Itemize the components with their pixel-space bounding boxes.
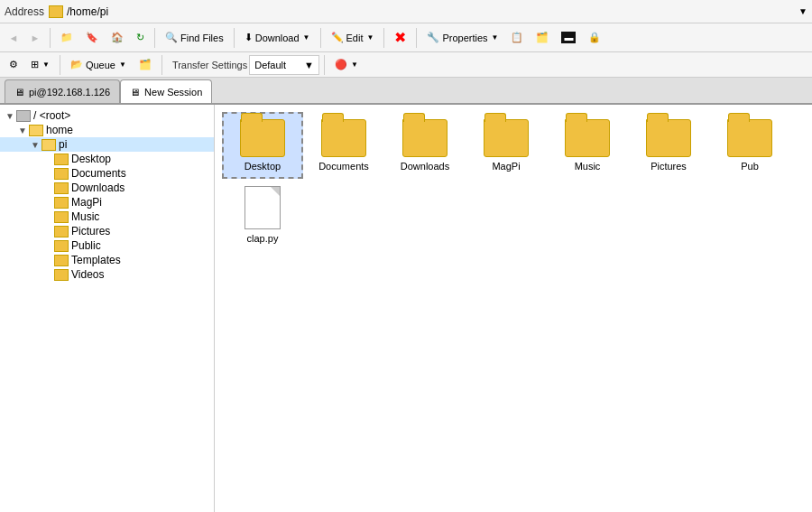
address-dropdown-arrow[interactable]: ▼ [798, 6, 807, 16]
tree-item-public[interactable]: Public [0, 238, 214, 253]
tree-item-home[interactable]: ▼ home [0, 123, 214, 137]
tree-label-home: home [46, 124, 73, 136]
back-button[interactable]: ◄ [4, 28, 23, 48]
extra-icon2[interactable]: 🗂️ [531, 26, 554, 50]
tree-item-magpi[interactable]: MagPi [0, 195, 214, 209]
forward-button[interactable]: ► [25, 28, 45, 48]
tree-item-pictures[interactable]: Pictures [0, 224, 214, 238]
templates-folder-icon [54, 255, 69, 266]
edit-button[interactable]: ✏️ Edit ▼ [326, 26, 380, 50]
root-folder-icon [16, 110, 31, 122]
tree-label-pi: pi [59, 138, 67, 151]
transfer-settings-dropdown[interactable]: Default ▼ [249, 55, 319, 75]
sep9 [324, 55, 325, 75]
tab-session1[interactable]: 🖥 pi@192.168.1.126 [5, 79, 120, 103]
tree-label-public: Public [71, 239, 101, 252]
secondary-toolbar: ⚙ ⊞ ▼ 📂 Queue ▼ 🗂️ Transfer Settings Def… [0, 52, 812, 78]
tree-item-desktop[interactable]: Desktop [0, 152, 214, 166]
file-item-desktop[interactable]: Desktop [222, 112, 303, 179]
main-toolbar: ◄ ► 📁 🔖 🏠 ↻ 🔍 Find Files ⬇ Download ▼ ✏️… [0, 23, 812, 52]
bookmark-icon: 🔖 [86, 32, 98, 43]
tree-label-pictures: Pictures [71, 225, 110, 237]
downloads-folder-icon [54, 182, 69, 194]
settings-icon-button[interactable]: ⚙ [4, 55, 23, 75]
refresh-button[interactable]: ↻ [131, 26, 150, 50]
tree-toggle-root[interactable]: ▼ [4, 111, 16, 121]
file-item-documents[interactable]: Documents [303, 112, 384, 179]
music-folder-icon [54, 211, 69, 223]
file-name-downloads: Downloads [401, 161, 449, 172]
find-icon: 🔍 [165, 32, 178, 43]
file-name-clappy: clap.py [247, 233, 279, 244]
desktop-folder-icon-large [240, 119, 285, 157]
properties-button[interactable]: 🔧 Properties ▼ [421, 26, 503, 50]
file-name-music: Music [575, 161, 601, 172]
file-name-public: Pub [741, 161, 759, 172]
tree-toggle-home[interactable]: ▼ [16, 126, 29, 135]
tab-new-session-icon: 🖥 [130, 87, 140, 98]
up-button[interactable]: 📁 [55, 26, 78, 50]
tree-item-pi[interactable]: ▼ pi [0, 137, 214, 152]
terminal-icon: ▬ [561, 32, 576, 43]
tree-panel: ▼ / <root> ▼ home ▼ pi Desktop [0, 105, 215, 512]
tree-item-templates[interactable]: Templates [0, 253, 214, 267]
tree-item-music[interactable]: Music [0, 209, 214, 224]
tree-toggle-pi[interactable]: ▼ [29, 140, 42, 150]
tab-computer-icon: 🖥 [14, 87, 24, 98]
sep6 [416, 28, 417, 48]
properties-label: Properties [442, 33, 487, 43]
file-item-music[interactable]: Music [547, 112, 628, 179]
extra-icon1[interactable]: 📋 [505, 26, 529, 50]
downloads-folder-icon-large [402, 119, 448, 157]
speed-dial-icon: 🔴 [335, 59, 347, 70]
delete-button[interactable]: ✖ [389, 26, 411, 50]
transfer-dropdown-arrow: ▼ [304, 60, 314, 70]
find-files-button[interactable]: 🔍 Find Files [160, 26, 229, 50]
terminal-button[interactable]: ▬ [556, 26, 581, 50]
tree-item-downloads[interactable]: Downloads [0, 181, 214, 195]
tree-item-documents[interactable]: Documents [0, 166, 214, 181]
file-item-public[interactable]: Pub [709, 112, 790, 179]
download-dropdown-arrow: ▼ [303, 33, 310, 42]
settings-icon: ⚙ [9, 59, 18, 70]
speed-dropdown-arrow: ▼ [351, 61, 358, 69]
file-item-clappy[interactable]: clap.py [222, 179, 303, 251]
delete-icon: ✖ [394, 29, 406, 46]
tree-item-videos[interactable]: Videos [0, 267, 214, 282]
home-folder-icon [29, 125, 43, 136]
download-button[interactable]: ⬇ Download ▼ [239, 26, 316, 50]
tree-item-root[interactable]: ▼ / <root> [0, 108, 214, 123]
clappy-file-icon [245, 186, 281, 229]
home-button[interactable]: 🏠 [106, 26, 129, 50]
bookmarks-button[interactable]: 🔖 [80, 26, 104, 50]
music-folder-icon-large [565, 119, 610, 157]
speed-icon[interactable]: 🔴 ▼ [329, 55, 364, 75]
queue-icon: 📂 [70, 59, 83, 70]
address-value[interactable]: /home/pi [67, 5, 798, 18]
properties-icon: 🔧 [427, 32, 439, 43]
view-icon: ⊞ [31, 59, 39, 70]
videos-folder-icon [54, 269, 69, 281]
file-item-downloads[interactable]: Downloads [384, 112, 466, 179]
file-item-pictures[interactable]: Pictures [628, 112, 709, 179]
sep7 [60, 55, 60, 75]
tree-label-documents: Documents [71, 167, 126, 180]
view-toggle-button[interactable]: ⊞ ▼ [25, 55, 55, 75]
file-name-pictures: Pictures [651, 161, 687, 172]
address-bar: Address /home/pi ▼ [0, 0, 812, 23]
file-panel: Desktop Documents Downloads MagPi Music [215, 105, 812, 512]
new-tab-button[interactable]: 🗂️ [134, 55, 157, 75]
download-icon: ⬇ [245, 32, 253, 43]
magpi-folder-icon-large [484, 119, 529, 157]
new-tab-icon: 🗂️ [139, 59, 152, 70]
sep3 [234, 28, 235, 48]
edit-icon: ✏️ [331, 32, 344, 43]
file-item-magpi[interactable]: MagPi [466, 112, 547, 179]
tab-new-session[interactable]: 🖥 New Session [120, 79, 212, 103]
documents-folder-icon [54, 168, 69, 180]
extra-icon3[interactable]: 🔒 [583, 26, 606, 50]
tree-label-root: / <root> [33, 109, 70, 122]
edit-dropdown-arrow: ▼ [367, 33, 374, 42]
address-label: Address [5, 5, 44, 18]
queue-button[interactable]: 📂 Queue ▼ [65, 55, 132, 75]
